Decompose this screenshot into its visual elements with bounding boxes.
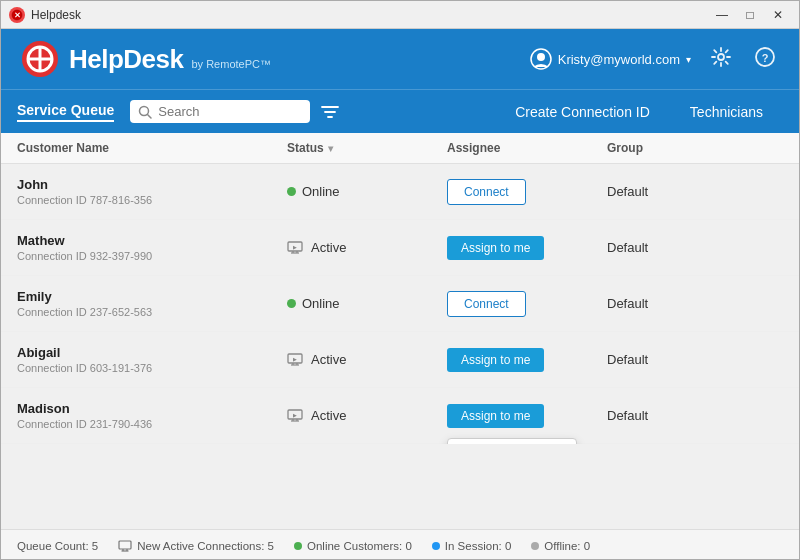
- customer-name-cell: Abigail Connection ID 603-191-376: [17, 345, 287, 374]
- assign-to-me-button[interactable]: Assign to me: [447, 404, 544, 428]
- customer-name-cell: Emily Connection ID 237-652-563: [17, 289, 287, 318]
- connect-button[interactable]: Connect: [447, 291, 526, 317]
- help-icon: ?: [755, 47, 775, 67]
- active-monitor-icon: ▶: [287, 353, 305, 367]
- table-row: Mathew Connection ID 932-397-990 ▶ Activ…: [1, 220, 799, 276]
- new-active-connections: New Active Connections: 5: [118, 540, 274, 552]
- online-indicator: [287, 299, 296, 308]
- sort-icon: ▾: [328, 143, 333, 154]
- user-icon: [530, 48, 552, 70]
- svg-point-8: [718, 54, 724, 60]
- group-cell: Default: [607, 352, 783, 367]
- service-queue-tab[interactable]: Service Queue: [17, 102, 114, 122]
- search-box: [130, 100, 310, 123]
- assignee-cell: Connect: [447, 291, 607, 317]
- customer-name: John: [17, 177, 287, 192]
- table-row: Emily Connection ID 237-652-563 Online C…: [1, 276, 799, 332]
- logo-area: HelpDesk by RemotePC™: [21, 40, 271, 78]
- status-cell: ▶ Active: [287, 240, 447, 255]
- queue-count: Queue Count: 5: [17, 540, 98, 552]
- maximize-button[interactable]: □: [737, 5, 763, 25]
- connect-button[interactable]: Connect: [447, 179, 526, 205]
- create-connection-id-button[interactable]: Create Connection ID: [495, 90, 670, 134]
- assignee-cell: Connect: [447, 179, 607, 205]
- status-text: Online: [302, 184, 340, 199]
- offline: Offline: 0: [531, 540, 590, 552]
- status-text: Active: [311, 240, 346, 255]
- monitor-icon: [118, 540, 132, 552]
- status-cell: Online: [287, 296, 447, 311]
- user-menu[interactable]: Kristy@myworld.com ▾: [530, 48, 691, 70]
- col-status: Status ▾: [287, 141, 447, 155]
- window-controls: — □ ✕: [709, 5, 791, 25]
- logo-text: HelpDesk: [69, 44, 184, 75]
- technicians-button[interactable]: Technicians: [670, 90, 783, 134]
- chevron-down-icon: ▾: [686, 54, 691, 65]
- col-customer-name: Customer Name: [17, 141, 287, 155]
- group-cell: Default: [607, 408, 783, 423]
- col-group: Group: [607, 141, 783, 155]
- svg-text:▶: ▶: [293, 355, 297, 361]
- status-cell: Online: [287, 184, 447, 199]
- nav-bar: Service Queue Create Connection ID Techn…: [1, 89, 799, 133]
- assignee-wrapper: Assign to me Assign to Assign to me: [447, 404, 544, 428]
- svg-line-12: [148, 114, 152, 118]
- search-input[interactable]: [158, 104, 288, 119]
- table-row: John Connection ID 787-816-356 Online Co…: [1, 164, 799, 220]
- online-indicator: [287, 187, 296, 196]
- col-assignee: Assignee: [447, 141, 607, 155]
- online-dot: [294, 542, 302, 550]
- session-dot: [432, 542, 440, 550]
- active-monitor-icon: ▶: [287, 409, 305, 423]
- connection-id: Connection ID 603-191-376: [17, 362, 287, 374]
- svg-text:▶: ▶: [293, 411, 297, 417]
- assignee-cell: Assign to me: [447, 236, 607, 260]
- svg-text:✕: ✕: [14, 11, 21, 20]
- svg-point-7: [537, 53, 545, 61]
- window-title: Helpdesk: [31, 8, 709, 22]
- dropdown-label: Assign to: [448, 443, 576, 445]
- help-button[interactable]: ?: [751, 43, 779, 76]
- search-icon: [138, 105, 152, 119]
- svg-text:▶: ▶: [293, 243, 297, 249]
- settings-button[interactable]: [707, 43, 735, 76]
- logo-brand: HelpDesk by RemotePC™: [69, 44, 271, 75]
- app-icon: ✕: [9, 7, 25, 23]
- user-email: Kristy@myworld.com: [558, 52, 680, 67]
- svg-text:?: ?: [762, 51, 769, 63]
- status-text: Active: [311, 352, 346, 367]
- customer-name-cell: Mathew Connection ID 932-397-990: [17, 233, 287, 262]
- offline-dot: [531, 542, 539, 550]
- table-body: John Connection ID 787-816-356 Online Co…: [1, 164, 799, 444]
- online-customers: Online Customers: 0: [294, 540, 412, 552]
- assign-dropdown: Assign to Assign to me: [447, 438, 577, 445]
- customer-name-cell: John Connection ID 787-816-356: [17, 177, 287, 206]
- assign-to-me-button[interactable]: Assign to me: [447, 348, 544, 372]
- status-text: Active: [311, 408, 346, 423]
- connection-id: Connection ID 932-397-990: [17, 250, 287, 262]
- group-cell: Default: [607, 240, 783, 255]
- in-session: In Session: 0: [432, 540, 511, 552]
- customer-name: Madison: [17, 401, 287, 416]
- filter-icon[interactable]: [320, 103, 340, 121]
- table-row: Abigail Connection ID 603-191-376 ▶ Acti…: [1, 332, 799, 388]
- active-monitor-icon: ▶: [287, 241, 305, 255]
- status-bar: Queue Count: 5 New Active Connections: 5…: [1, 529, 799, 560]
- minimize-button[interactable]: —: [709, 5, 735, 25]
- assignee-cell: Assign to me Assign to Assign to me: [447, 404, 607, 428]
- svg-rect-31: [119, 541, 131, 549]
- connection-id: Connection ID 231-790-436: [17, 418, 287, 430]
- connection-id: Connection ID 787-816-356: [17, 194, 287, 206]
- group-cell: Default: [607, 184, 783, 199]
- assign-to-me-button[interactable]: Assign to me: [447, 236, 544, 260]
- status-cell: ▶ Active: [287, 352, 447, 367]
- close-button[interactable]: ✕: [765, 5, 791, 25]
- table-header: Customer Name Status ▾ Assignee Group: [1, 133, 799, 164]
- assignee-cell: Assign to me: [447, 348, 607, 372]
- logo-icon: [21, 40, 59, 78]
- app-header: HelpDesk by RemotePC™ Kristy@myworld.com…: [1, 29, 799, 89]
- table-row: Madison Connection ID 231-790-436 ▶ Acti…: [1, 388, 799, 444]
- nav-right: Create Connection ID Technicians: [495, 90, 783, 134]
- customer-name: Mathew: [17, 233, 287, 248]
- header-right: Kristy@myworld.com ▾ ?: [530, 43, 779, 76]
